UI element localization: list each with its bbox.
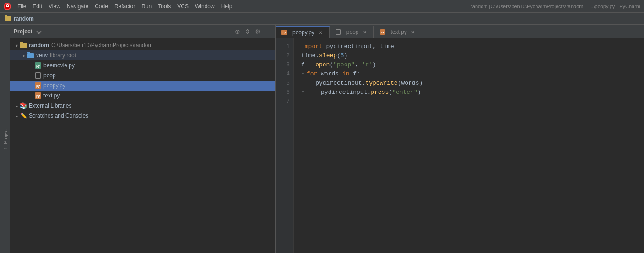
expand-arrow-poop [28, 73, 34, 78]
code-line-4: ▾for words in f: [301, 70, 637, 79]
expand-arrow-scratches [14, 113, 19, 118]
tab-label-textpy: text.py [391, 29, 407, 35]
menu-refactor[interactable]: Refactor [112, 2, 138, 11]
line-numbers: 1 2 3 4 5 6 7 [276, 38, 294, 253]
tab-icon-poopy: py [281, 29, 287, 36]
project-panel-header: Project ⊕ ⇕ ⚙ — [10, 25, 275, 38]
title-bar: File Edit View Navigate Code Refactor Ru… [0, 0, 644, 13]
tab-label-poopy: poopy.py [292, 29, 314, 36]
sidebar-vertical-label[interactable]: 1: Project [0, 25, 10, 253]
code-line-3: f = open("poop", 'r') [301, 60, 637, 70]
py-icon-textpy: py [35, 92, 41, 99]
window-title: random [C:\Users\ben10\PycharmProjects\r… [471, 4, 640, 9]
tree-path-venv: library root [50, 52, 76, 59]
tab-close-poop[interactable]: ✕ [362, 29, 368, 35]
expand-arrow-random [14, 43, 19, 48]
project-panel: Project ⊕ ⇕ ⚙ — random C:\Users\ben10\Py… [10, 25, 276, 253]
menu-tools[interactable]: Tools [155, 2, 173, 11]
expand-arrow-ext-libs [14, 103, 19, 108]
tab-close-poopy[interactable]: ✕ [317, 29, 324, 36]
menu-view[interactable]: View [46, 2, 63, 11]
tree-label-poop: poop [43, 72, 56, 79]
file-icon-poop: f [35, 72, 41, 79]
tree-path-random: C:\Users\ben10\PycharmProjects\random [51, 42, 152, 48]
menu-help[interactable]: Help [218, 2, 235, 11]
tree-label-random: random [29, 42, 49, 48]
code-line-6: ▾ pydirectinput.press("enter") [301, 88, 637, 97]
py-icon-beemovie: py [35, 62, 41, 69]
tree-label-scratches: Scratches and Consoles [29, 113, 88, 119]
tab-textpy[interactable]: py text.py ✕ [374, 26, 422, 38]
code-content[interactable]: import pydirectinput, time time.sleep(5)… [294, 38, 644, 253]
tree-label-ext-libs: External Libraries [29, 102, 71, 109]
minimize-panel-icon[interactable]: — [264, 28, 271, 35]
tab-bar: py poopy.py ✕ poop ✕ py text.py ✕ [276, 25, 644, 38]
code-line-7 [301, 97, 637, 106]
main-layout: 1: Project Project ⊕ ⇕ ⚙ — random C:\Use… [0, 25, 644, 253]
code-editor[interactable]: 1 2 3 4 5 6 7 import pydirectinput, time… [276, 38, 644, 253]
scratch-icon: ✏️ [20, 113, 27, 119]
project-panel-actions: ⊕ ⇕ ⚙ — [234, 28, 271, 35]
tab-poopy[interactable]: py poopy.py ✕ [276, 26, 330, 38]
project-panel-dropdown-icon[interactable] [36, 29, 41, 34]
tree-item-venv[interactable]: venv library root [10, 50, 275, 60]
tree-item-ext-libs[interactable]: 📚 External Libraries [10, 101, 275, 111]
menu-run[interactable]: Run [139, 2, 154, 11]
expand-arrow-poopy [28, 83, 34, 88]
menu-bar: File Edit View Navigate Code Refactor Ru… [15, 2, 471, 11]
editor-area: py poopy.py ✕ poop ✕ py text.py ✕ [276, 25, 644, 253]
code-line-1: import pydirectinput, time [301, 42, 637, 51]
menu-window[interactable]: Window [192, 2, 217, 11]
add-content-icon[interactable]: ⊕ [234, 28, 241, 35]
tree-item-poopy[interactable]: py poopy.py [10, 81, 275, 91]
tree-label-venv: venv [36, 52, 48, 59]
tab-icon-poop [335, 29, 341, 35]
expand-arrow-textpy [28, 93, 34, 98]
tree-item-random[interactable]: random C:\Users\ben10\PycharmProjects\ra… [10, 40, 275, 50]
tree-item-beemovie[interactable]: py beemovie.py [10, 60, 275, 70]
lib-icon: 📚 [20, 102, 27, 109]
menu-navigate[interactable]: Navigate [64, 2, 91, 11]
tree-label-poopy: poopy.py [43, 82, 65, 89]
code-line-5: pydirectinput.typewrite(words) [301, 79, 637, 88]
tree-label-beemovie: beemovie.py [43, 62, 75, 69]
expand-arrow-beemovie [28, 63, 34, 68]
menu-file[interactable]: File [15, 2, 29, 11]
breadcrumb: random [14, 16, 34, 22]
folder-icon-random [20, 43, 27, 48]
breadcrumb-folder-icon [5, 16, 11, 21]
py-icon-poopy: py [35, 82, 41, 89]
project-panel-title: Project [14, 28, 32, 35]
folder-icon-venv [27, 53, 34, 58]
expand-arrow-venv [21, 53, 27, 58]
breadcrumb-bar: random [0, 13, 644, 25]
tree-item-poop[interactable]: f poop [10, 70, 275, 81]
file-tree: random C:\Users\ben10\PycharmProjects\ra… [10, 38, 275, 253]
code-line-2: time.sleep(5) [301, 51, 637, 60]
tree-item-scratches[interactable]: ✏️ Scratches and Consoles [10, 111, 275, 121]
pycharm-logo [4, 3, 11, 10]
menu-edit[interactable]: Edit [30, 2, 45, 11]
settings-icon[interactable]: ⚙ [254, 28, 261, 35]
tab-close-textpy[interactable]: ✕ [410, 29, 416, 35]
menu-vcs[interactable]: VCS [174, 2, 191, 11]
tab-poop[interactable]: poop ✕ [330, 26, 374, 38]
collapse-all-icon[interactable]: ⇕ [244, 28, 251, 35]
tab-icon-textpy: py [379, 29, 386, 35]
tree-item-textpy[interactable]: py text.py [10, 91, 275, 101]
tab-label-poop: poop [346, 29, 359, 35]
tree-label-textpy: text.py [43, 92, 60, 99]
menu-code[interactable]: Code [92, 2, 111, 11]
